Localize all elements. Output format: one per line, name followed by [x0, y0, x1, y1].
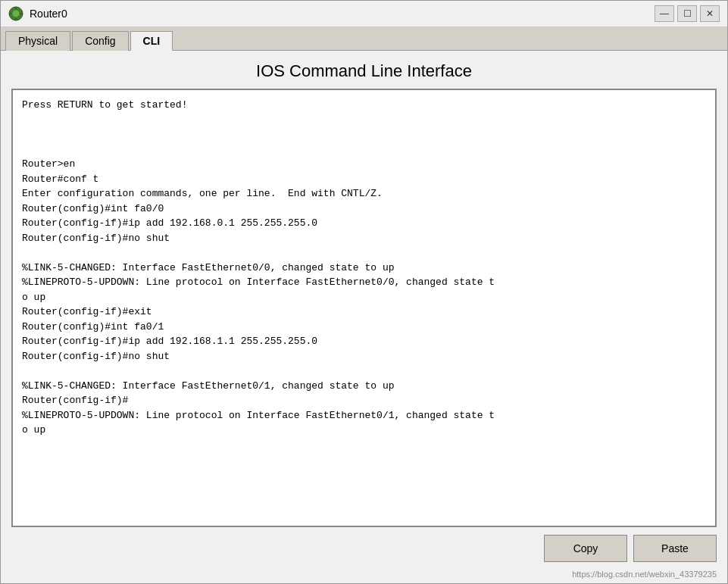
tab-physical[interactable]: Physical	[5, 31, 70, 51]
minimize-button[interactable]: —	[655, 5, 674, 22]
page-title: IOS Command Line Interface	[1, 51, 727, 89]
bottom-bar: Copy Paste	[1, 527, 727, 570]
tab-config[interactable]: Config	[72, 31, 128, 51]
terminal-window: Press RETURN to get started! Router>en R…	[11, 89, 717, 527]
main-window: Router0 — ☐ ✕ Physical Config CLI IOS Co…	[0, 0, 728, 584]
watermark: https://blog.csdn.net/webxin_43379235	[1, 570, 727, 583]
tab-bar: Physical Config CLI	[1, 27, 727, 51]
copy-button[interactable]: Copy	[544, 535, 627, 562]
window-controls: — ☐ ✕	[655, 5, 720, 22]
maximize-button[interactable]: ☐	[677, 5, 697, 22]
window-title: Router0	[30, 8, 648, 20]
content-area: Press RETURN to get started! Router>en R…	[1, 89, 727, 527]
svg-point-1	[12, 10, 20, 17]
terminal-output[interactable]: Press RETURN to get started! Router>en R…	[13, 90, 715, 526]
tab-cli[interactable]: CLI	[130, 31, 173, 51]
app-icon	[8, 6, 23, 21]
paste-button[interactable]: Paste	[633, 535, 717, 562]
title-bar: Router0 — ☐ ✕	[1, 1, 727, 27]
watermark-text: https://blog.csdn.net/webxin_43379235	[572, 570, 717, 579]
close-button[interactable]: ✕	[700, 5, 720, 22]
